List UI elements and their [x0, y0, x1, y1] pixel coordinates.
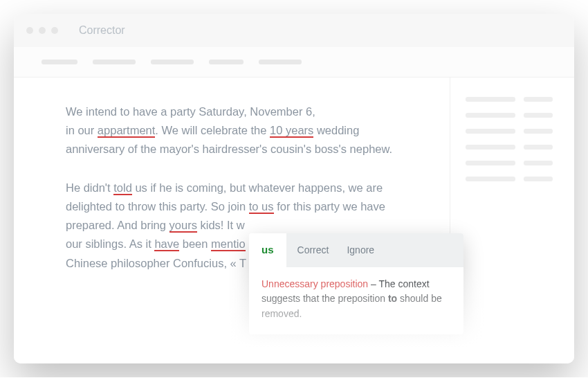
text: We intend to have a party Saturday, Nove… — [66, 105, 315, 118]
correct-button[interactable]: Correct — [297, 242, 329, 258]
app-title: Corrector — [79, 24, 125, 37]
text: wedding — [313, 124, 359, 136]
editor-area[interactable]: We intend to have a party Saturday, Nove… — [14, 78, 450, 363]
toolbar-item[interactable] — [259, 60, 302, 64]
error-to-us[interactable]: to us — [249, 200, 274, 214]
tooltip-header: us Correct Ignore — [249, 233, 463, 267]
error-told[interactable]: told — [113, 181, 132, 195]
sidebar-row — [466, 97, 559, 102]
error-10-years[interactable]: 10 years — [270, 124, 313, 138]
sidebar — [450, 78, 574, 363]
sidebar-ph — [524, 113, 553, 118]
sidebar-ph — [466, 145, 515, 150]
toolbar — [14, 47, 574, 78]
sidebar-ph — [466, 113, 515, 118]
error-have[interactable]: have — [154, 237, 179, 251]
sidebar-ph — [524, 177, 553, 181]
error-yours[interactable]: yours — [169, 219, 197, 233]
text: He didn't — [66, 181, 113, 194]
body: We intend to have a party Saturday, Nove… — [14, 78, 574, 363]
text: us if he is coming, but whatever happens… — [132, 181, 383, 194]
text: – — [368, 278, 378, 289]
sidebar-ph — [466, 161, 515, 165]
text: Chinese philosopher Confucius, « T — [66, 257, 246, 269]
sidebar-ph — [466, 129, 515, 134]
text: for this party we have — [274, 200, 385, 213]
ignore-button[interactable]: Ignore — [347, 242, 374, 258]
toolbar-item[interactable] — [93, 60, 136, 64]
error-appartment[interactable]: appartment — [98, 124, 155, 138]
sidebar-ph — [524, 145, 553, 150]
error-mentio[interactable]: mentio — [211, 237, 246, 251]
text: . We will celebrate the — [155, 124, 270, 136]
text: our siblings. As it — [66, 237, 154, 250]
sidebar-row — [466, 113, 559, 118]
sidebar-ph — [466, 97, 515, 102]
titlebar: Corrector — [14, 14, 574, 47]
tooltip-body: Unnecessary preposition – The context su… — [249, 267, 463, 334]
sidebar-row — [466, 145, 559, 150]
text: in our — [66, 124, 98, 136]
text: been — [179, 237, 211, 250]
tooltip-error-title: Unnecessary preposition — [261, 278, 368, 289]
toolbar-item[interactable] — [151, 60, 194, 64]
paragraph: We intend to have a party Saturday, Nove… — [66, 102, 408, 159]
sidebar-row — [466, 129, 559, 134]
text: anniversary of the mayor's hairdresser's… — [66, 143, 392, 155]
tooltip-bold-word: to — [388, 293, 397, 304]
zoom-icon[interactable] — [51, 27, 58, 34]
close-icon[interactable] — [26, 27, 33, 34]
correction-tooltip: us Correct Ignore Unnecessary prepositio… — [249, 233, 463, 334]
sidebar-ph — [524, 97, 553, 102]
tooltip-suggestion[interactable]: us — [249, 233, 286, 267]
toolbar-item[interactable] — [209, 60, 244, 64]
toolbar-item[interactable] — [42, 60, 77, 64]
sidebar-row — [466, 161, 559, 165]
sidebar-ph — [524, 161, 553, 165]
minimize-icon[interactable] — [39, 27, 46, 34]
sidebar-ph — [466, 177, 515, 181]
window-controls — [26, 27, 58, 34]
text: prepared. And bring — [66, 219, 169, 231]
sidebar-ph — [524, 129, 553, 134]
tooltip-actions: Correct Ignore — [286, 233, 463, 267]
text: delighted to throw this party. So join — [66, 200, 249, 213]
app-window: Corrector We intend to have a party Satu… — [14, 14, 574, 363]
text: kids! It w — [197, 219, 245, 231]
sidebar-row — [466, 177, 559, 181]
